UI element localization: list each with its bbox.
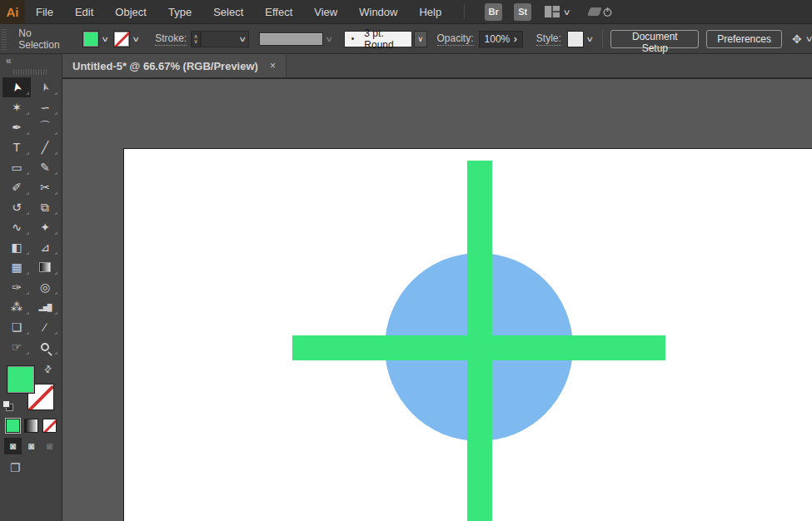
menu-object[interactable]: Object <box>104 0 157 24</box>
selection-status: No Selection <box>18 27 69 51</box>
collapse-panel-button[interactable]: « <box>0 54 62 67</box>
shaper-tool-icon: ✐ <box>12 181 22 194</box>
tools-panel-grip[interactable] <box>13 69 48 75</box>
artboard-tool[interactable]: ❏ <box>2 317 31 337</box>
style-label[interactable]: Style: <box>536 32 561 46</box>
menu-help[interactable]: Help <box>408 0 452 24</box>
blend-tool[interactable]: ◎ <box>31 277 59 297</box>
direct-selection-tool[interactable]: ➣ <box>31 77 59 97</box>
hand-tool-icon: ☞ <box>12 340 22 354</box>
default-fill-stroke-icon[interactable] <box>2 400 14 412</box>
perspective-grid-tool[interactable]: ⊿ <box>31 237 59 257</box>
menu-select[interactable]: Select <box>202 0 254 24</box>
width-profile-preview[interactable] <box>259 32 323 46</box>
zoom-tool[interactable] <box>31 337 59 357</box>
lasso-tool[interactable]: ∽ <box>31 97 59 117</box>
curvature-tool[interactable]: ⌒ <box>31 117 59 137</box>
touch-workspace-gpu-button[interactable] <box>589 7 613 17</box>
hand-tool[interactable]: ☞ <box>2 337 31 357</box>
opacity-label[interactable]: Opacity: <box>437 32 474 46</box>
control-bar-grip[interactable] <box>2 28 7 50</box>
scissors-tool-icon: ✂ <box>40 181 50 194</box>
selection-tool[interactable]: ➤ <box>2 77 31 97</box>
gradient-tool[interactable] <box>31 257 59 277</box>
brush-definition-combo[interactable]: • 3 pt. Round <box>344 31 412 47</box>
draw-normal-button[interactable]: ◙ <box>4 438 22 454</box>
swap-fill-stroke-icon[interactable]: ⇄ <box>42 363 55 376</box>
style-swatch[interactable] <box>567 31 584 47</box>
eyedropper-tool[interactable]: ✑ <box>2 277 31 297</box>
rectangle-tool-icon: ▭ <box>11 161 22 174</box>
line-segment-tool[interactable]: ╱ <box>31 137 59 157</box>
change-screen-mode-button[interactable]: ❐ <box>0 454 62 474</box>
stroke-color-control[interactable]: ∨ <box>113 31 139 47</box>
chevron-down-icon[interactable]: ∨ <box>101 35 109 43</box>
go-to-bridge-button[interactable]: Br <box>485 3 502 21</box>
stroke-weight-label[interactable]: Stroke: <box>155 32 187 46</box>
symbol-sprayer-tool[interactable]: ⁂ <box>2 297 31 317</box>
fill-color-swatch[interactable] <box>82 31 99 47</box>
scale-tool[interactable]: ⧉ <box>31 197 59 217</box>
menu-view[interactable]: View <box>303 0 348 24</box>
menu-effect[interactable]: Effect <box>254 0 303 24</box>
close-tab-icon[interactable]: × <box>270 60 276 72</box>
app-logo[interactable]: Ai <box>0 0 25 24</box>
column-graph-tool[interactable]: ▂▅█ <box>31 297 59 317</box>
draw-behind-button[interactable]: ◙ <box>22 438 40 454</box>
power-icon <box>602 7 613 17</box>
paintbrush-tool[interactable]: ✎ <box>31 157 59 177</box>
document-setup-button[interactable]: Document Setup <box>610 30 699 48</box>
none-button[interactable] <box>42 419 57 433</box>
touch-workspace-gpu-icon <box>587 7 602 16</box>
canvas-pasteboard[interactable] <box>62 79 812 521</box>
color-button[interactable] <box>6 419 20 433</box>
width-tool-icon: ∿ <box>12 221 22 234</box>
magic-wand-tool-icon: ✶ <box>12 101 22 114</box>
width-tool[interactable]: ∿ <box>2 217 31 237</box>
brush-definition-dropdown[interactable]: ∨ <box>414 31 426 47</box>
fill-color-control[interactable]: ∨ <box>82 31 108 47</box>
shaper-tool[interactable]: ✐ <box>2 177 31 197</box>
style-control[interactable]: ∨ <box>567 31 593 47</box>
stroke-weight-combo[interactable]: ∨ <box>201 31 249 47</box>
go-to-stock-button[interactable]: St <box>514 3 531 21</box>
mesh-tool-icon: ▦ <box>11 260 22 274</box>
mesh-tool[interactable]: ▦ <box>2 257 31 277</box>
preferences-button[interactable]: Preferences <box>706 30 782 48</box>
select-similar-button[interactable]: ✥ ∨ <box>792 32 812 46</box>
puppet-warp-tool[interactable]: ✦ <box>31 217 59 237</box>
menu-type[interactable]: Type <box>157 0 202 24</box>
green-cross-horizontal-bar[interactable] <box>292 335 665 360</box>
type-tool[interactable]: T <box>2 137 31 157</box>
opacity-field[interactable]: 100% › <box>479 31 523 47</box>
document-tab[interactable]: Untitled-5* @ 66.67% (RGB/Preview) × <box>62 54 286 77</box>
main-area: « ➤ ➣ ✶ ∽ ✒ ⌒ T ╱ ▭ ✎ ✐ ✂ ↺ ⧉ ∿ ✦ ◧ ⊿ <box>0 54 812 521</box>
magic-wand-tool[interactable]: ✶ <box>2 97 31 117</box>
chevron-down-icon[interactable]: ∨ <box>585 35 594 43</box>
stroke-weight-stepper[interactable]: ∧ ∨ <box>191 31 201 47</box>
slice-tool[interactable]: ∕ <box>31 317 59 337</box>
scale-tool-icon: ⧉ <box>41 201 49 215</box>
scissors-tool[interactable]: ✂ <box>31 177 59 197</box>
shape-builder-tool[interactable]: ◧ <box>2 237 31 257</box>
pen-tool[interactable]: ✒ <box>2 117 31 137</box>
opacity-expander-icon[interactable]: › <box>514 33 517 45</box>
fill-indicator-swatch[interactable] <box>7 365 35 394</box>
arrange-documents-button[interactable]: ∨ <box>531 6 570 17</box>
control-bar: No Selection ∨ ∨ Stroke: ∧ ∨ ∨ ∨ • 3 pt.… <box>0 24 812 54</box>
stroke-color-swatch[interactable] <box>113 31 130 47</box>
chevron-down-icon[interactable]: ∨ <box>326 35 334 43</box>
gradient-tool-icon <box>39 262 51 272</box>
gradient-button[interactable] <box>24 419 38 433</box>
paintbrush-tool-icon: ✎ <box>40 161 50 174</box>
rectangle-tool[interactable]: ▭ <box>2 157 31 177</box>
artboard[interactable] <box>123 148 812 521</box>
tools-panel: « ➤ ➣ ✶ ∽ ✒ ⌒ T ╱ ▭ ✎ ✐ ✂ ↺ ⧉ ∿ ✦ ◧ ⊿ <box>0 54 62 521</box>
rotate-tool[interactable]: ↺ <box>2 197 31 217</box>
menu-file[interactable]: File <box>25 0 64 24</box>
stepper-down-icon[interactable]: ∨ <box>194 39 198 44</box>
menu-window[interactable]: Window <box>348 0 408 24</box>
artboard-tool-icon: ❏ <box>12 320 22 334</box>
chevron-down-icon[interactable]: ∨ <box>132 35 140 43</box>
menu-edit[interactable]: Edit <box>64 0 104 24</box>
